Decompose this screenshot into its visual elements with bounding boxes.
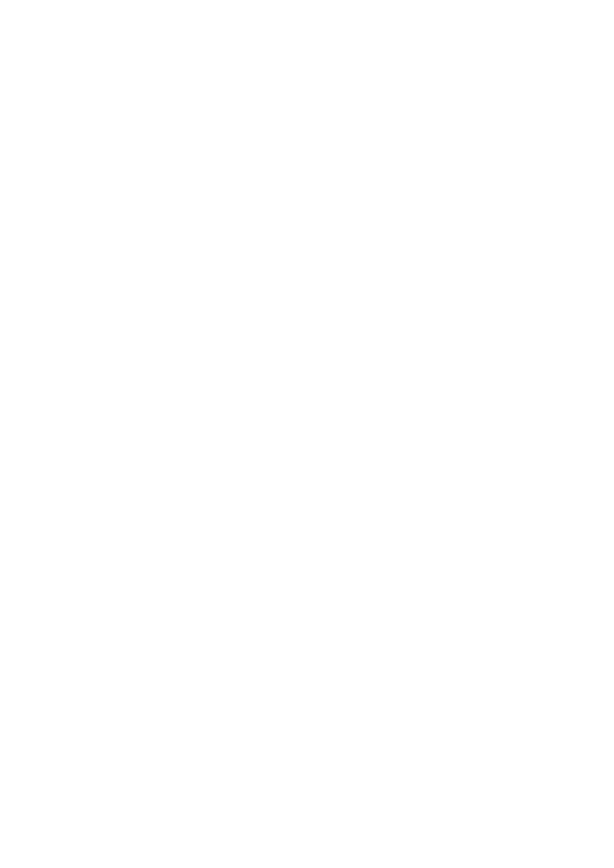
toc-rotated-region <box>93 60 527 224</box>
table-of-contents <box>93 60 527 224</box>
